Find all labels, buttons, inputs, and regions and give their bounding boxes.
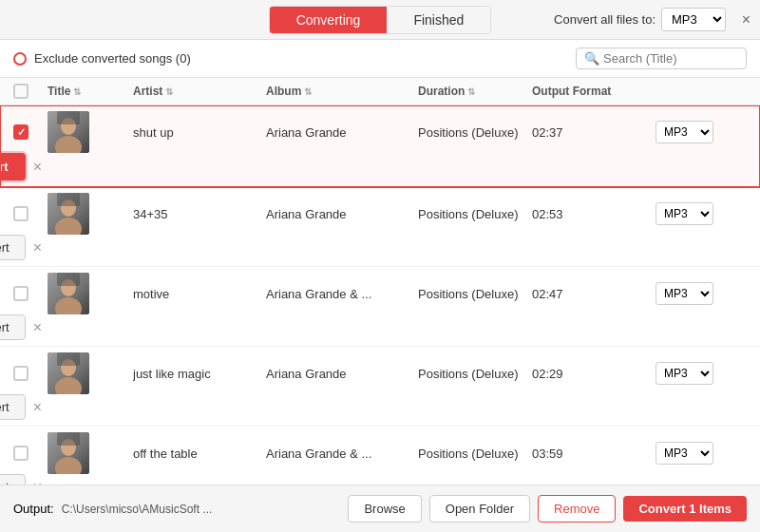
artist-3: Ariana Grande & ... — [266, 287, 418, 301]
search-icon: 🔍 — [584, 51, 599, 66]
svg-rect-19 — [57, 352, 80, 366]
th-checkbox — [13, 84, 48, 99]
artist-5: Ariana Grande & ... — [266, 446, 418, 461]
album-3: Positions (Deluxe) — [418, 287, 532, 301]
toolbar: Exclude converted songs (0) 🔍 — [0, 40, 760, 78]
duration-2: 02:53 — [532, 207, 656, 221]
search-input[interactable] — [603, 51, 738, 66]
artist-sort-icon: ⇅ — [165, 86, 173, 97]
format-cell-5: MP3AACFLAC — [656, 442, 747, 465]
format-cell-1: MP3AACFLAC — [656, 121, 747, 143]
album-5: Positions (Deluxe) — [418, 446, 532, 461]
song-title-3: motive — [133, 287, 266, 301]
convert-items-button[interactable]: Convert 1 Items — [623, 496, 747, 522]
convert-button-1[interactable]: Convert — [0, 153, 26, 180]
duration-3: 02:47 — [532, 287, 656, 301]
format-cell-3: MP3AACFLAC — [656, 282, 747, 305]
convert-button-2[interactable]: Convert — [0, 235, 26, 260]
thumbnail-5 — [48, 432, 89, 474]
table-row: shut up Ariana Grande Positions (Deluxe)… — [0, 105, 760, 187]
row-checkbox-1[interactable] — [13, 124, 28, 140]
th-title[interactable]: Title ⇅ — [48, 84, 133, 99]
table-row: just like magic Ariana Grande Positions … — [0, 347, 760, 427]
action-cell-5: Convert × — [13, 474, 48, 484]
artist-2: Ariana Grande — [266, 207, 418, 221]
thumbnail-3 — [48, 273, 89, 314]
tab-group: Converting Finished — [269, 6, 492, 34]
song-title-4: just like magic — [133, 367, 266, 381]
remove-row-button-1[interactable]: × — [31, 158, 44, 177]
convert-button-4[interactable]: Convert — [0, 394, 26, 420]
th-artist[interactable]: Artist ⇅ — [133, 84, 266, 99]
song-title-2: 34+35 — [133, 207, 266, 221]
row-checkbox-3[interactable] — [13, 286, 28, 301]
tab-finished[interactable]: Finished — [387, 7, 490, 33]
convert-all-label: Convert all files to: — [554, 12, 656, 27]
tab-converting[interactable]: Converting — [270, 7, 388, 33]
remove-row-button-5[interactable]: × — [31, 478, 44, 485]
thumbnail-1 — [48, 111, 89, 153]
song-thumbnail-title-5 — [48, 432, 133, 474]
close-button[interactable]: × — [742, 11, 750, 28]
row-checkbox-2[interactable] — [13, 206, 28, 221]
table-row: off the table Ariana Grande & ... Positi… — [0, 427, 760, 484]
duration-1: 02:37 — [532, 125, 656, 140]
svg-rect-4 — [57, 111, 80, 124]
duration-5: 03:59 — [532, 446, 656, 461]
table-row: motive Ariana Grande & ... Positions (De… — [0, 267, 760, 347]
title-sort-icon: ⇅ — [73, 86, 81, 97]
th-output-format: Output Format — [532, 84, 656, 99]
browse-button[interactable]: Browse — [348, 495, 421, 522]
convert-button-5[interactable]: Convert — [0, 474, 26, 484]
title-bar: Converting Finished Convert all files to… — [0, 0, 760, 40]
duration-sort-icon: ⇅ — [467, 86, 475, 97]
row-checkbox-5[interactable] — [13, 446, 28, 461]
album-sort-icon: ⇅ — [304, 86, 312, 97]
remove-button[interactable]: Remove — [538, 495, 616, 522]
format-select-3[interactable]: MP3AACFLAC — [656, 282, 713, 305]
output-label: Output: — [13, 502, 54, 516]
exclude-label-text: Exclude converted songs (0) — [34, 51, 191, 66]
search-box[interactable]: 🔍 — [576, 48, 747, 69]
action-cell-4: Convert × — [13, 394, 48, 420]
song-thumbnail-title-3 — [48, 273, 133, 314]
remove-row-button-2[interactable]: × — [31, 238, 44, 257]
svg-rect-9 — [57, 193, 80, 206]
convert-button-3[interactable]: Convert — [0, 314, 26, 340]
song-thumbnail-title-2 — [48, 193, 133, 235]
remove-row-button-3[interactable]: × — [31, 318, 44, 337]
duration-4: 02:29 — [532, 367, 656, 381]
output-path: C:\Users\micso\AMusicSoft ... — [62, 503, 341, 516]
footer: Output: C:\Users\micso\AMusicSoft ... Br… — [0, 484, 760, 532]
th-action — [656, 84, 747, 99]
album-2: Positions (Deluxe) — [418, 207, 532, 221]
table-body: shut up Ariana Grande Positions (Deluxe)… — [0, 105, 760, 484]
svg-rect-14 — [57, 273, 80, 286]
format-select-5[interactable]: MP3AACFLAC — [656, 442, 713, 465]
format-select-2[interactable]: MP3AACFLAC — [656, 202, 713, 225]
convert-all-section: Convert all files to: MP3 AAC FLAC WAV — [554, 8, 726, 31]
song-title-5: off the table — [133, 446, 266, 461]
format-cell-2: MP3AACFLAC — [656, 202, 747, 225]
exclude-label-row: Exclude converted songs (0) — [13, 51, 191, 66]
remove-row-button-4[interactable]: × — [31, 398, 44, 417]
convert-all-format-select[interactable]: MP3 AAC FLAC WAV — [661, 8, 726, 31]
album-4: Positions (Deluxe) — [418, 367, 532, 381]
artist-1: Ariana Grande — [266, 125, 418, 140]
format-select-4[interactable]: MP3AACFLAC — [656, 362, 713, 385]
header-checkbox[interactable] — [13, 84, 28, 99]
thumbnail-4 — [48, 352, 89, 394]
exclude-circle-icon — [13, 52, 27, 66]
row-checkbox-4[interactable] — [13, 366, 28, 381]
album-1: Positions (Deluxe) — [418, 125, 532, 140]
table-header: Title ⇅ Artist ⇅ Album ⇅ Duration ⇅ Outp… — [0, 78, 760, 105]
song-thumbnail-title-4 — [48, 352, 133, 394]
song-title-1: shut up — [133, 125, 266, 140]
th-album[interactable]: Album ⇅ — [266, 84, 418, 99]
thumbnail-2 — [48, 193, 89, 235]
song-thumbnail-title-1 — [48, 111, 133, 153]
format-select-1[interactable]: MP3AACFLAC — [656, 121, 713, 143]
th-duration[interactable]: Duration ⇅ — [418, 84, 532, 99]
artist-4: Ariana Grande — [266, 367, 418, 381]
open-folder-button[interactable]: Open Folder — [429, 495, 530, 522]
